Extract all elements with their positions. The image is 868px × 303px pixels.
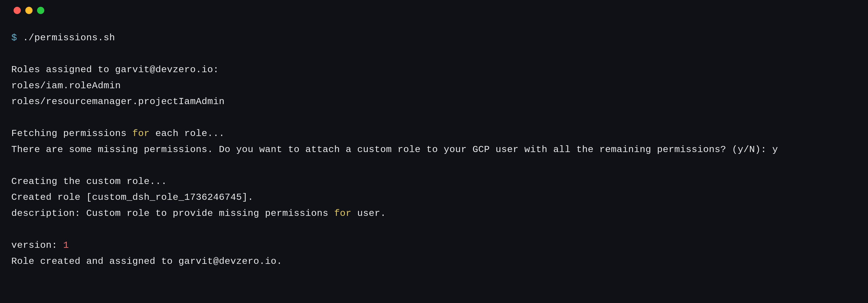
keyword-for: for [132,128,150,139]
missing-prompt: There are some missing permissions. Do y… [11,144,772,155]
blank-line [11,110,857,126]
desc-pre: description: Custom role to provide miss… [11,208,334,219]
minimize-icon[interactable] [25,7,33,14]
roles-header: Roles assigned to garvit@devzero.io: [11,64,219,75]
terminal-window: $ ./permissions.sh Roles assigned to gar… [0,0,868,303]
version-number: 1 [63,240,69,250]
blank-line [11,46,857,62]
fetch-line-post: each role... [150,128,225,139]
fetch-line-pre: Fetching permissions [11,128,132,139]
close-icon[interactable] [13,7,21,14]
assigned-line: Role created and assigned to garvit@devz… [11,256,282,267]
desc-post: user. [351,208,386,219]
role-line: roles/iam.roleAdmin [11,80,121,91]
window-titlebar [0,0,868,21]
prompt-answer: y [772,144,778,155]
terminal-output[interactable]: $ ./permissions.sh Roles assigned to gar… [0,21,868,269]
keyword-for: for [334,208,351,219]
blank-line [11,158,857,173]
role-line: roles/resourcemanager.projectIamAdmin [11,96,225,107]
blank-line [11,222,857,238]
prompt-symbol: $ [11,32,17,43]
creating-line: Creating the custom role... [11,176,167,187]
created-line: Created role [custom_dsh_role_1736246745… [11,192,253,202]
maximize-icon[interactable] [37,7,44,14]
command-text: ./permissions.sh [23,32,115,43]
version-label: version: [11,240,63,250]
